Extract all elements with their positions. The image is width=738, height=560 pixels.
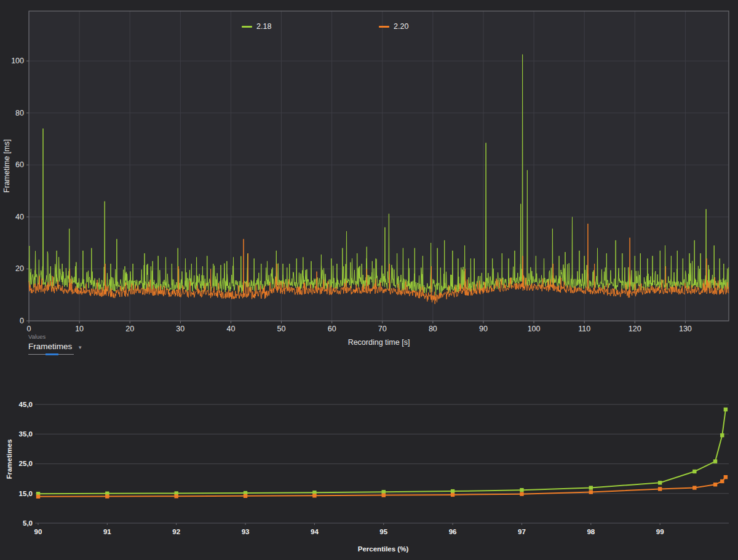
svg-text:25,0: 25,0 bbox=[19, 460, 33, 467]
svg-text:91: 91 bbox=[103, 528, 111, 535]
svg-text:120: 120 bbox=[629, 325, 641, 333]
svg-text:35,0: 35,0 bbox=[19, 430, 33, 438]
svg-text:94: 94 bbox=[311, 528, 319, 535]
svg-text:130: 130 bbox=[679, 325, 692, 333]
values-caption: Values bbox=[28, 333, 77, 340]
timeline-y-axis-title: Frametime [ms] bbox=[2, 140, 11, 193]
svg-text:95: 95 bbox=[379, 528, 387, 535]
svg-text:45,0: 45,0 bbox=[19, 401, 33, 408]
svg-text:100: 100 bbox=[11, 57, 24, 65]
svg-text:92: 92 bbox=[172, 528, 180, 535]
svg-text:70: 70 bbox=[378, 325, 387, 333]
svg-text:97: 97 bbox=[518, 528, 526, 535]
svg-text:15,0: 15,0 bbox=[19, 490, 33, 497]
legend-label-2-20: 2.20 bbox=[394, 22, 408, 31]
svg-text:80: 80 bbox=[15, 109, 24, 117]
svg-text:20: 20 bbox=[125, 325, 134, 333]
svg-text:80: 80 bbox=[429, 325, 437, 333]
svg-text:90: 90 bbox=[34, 528, 42, 535]
dropdown-underline bbox=[28, 353, 74, 356]
svg-text:10: 10 bbox=[75, 325, 84, 333]
svg-text:0: 0 bbox=[20, 317, 24, 325]
values-panel: Values Frametimes ▼ bbox=[28, 333, 77, 356]
svg-text:99: 99 bbox=[656, 528, 664, 535]
legend-swatch-2-18 bbox=[242, 26, 252, 28]
svg-text:20: 20 bbox=[15, 264, 24, 273]
values-dropdown-value: Frametimes bbox=[28, 342, 72, 351]
svg-text:110: 110 bbox=[578, 325, 590, 333]
svg-text:100: 100 bbox=[528, 325, 541, 333]
svg-text:40: 40 bbox=[15, 213, 24, 221]
svg-text:0: 0 bbox=[27, 325, 31, 333]
percentile-x-axis-title: Percentiles (%) bbox=[358, 545, 408, 553]
legend-item-2-18: 2.18 bbox=[242, 22, 271, 31]
chevron-down-icon: ▼ bbox=[77, 343, 82, 350]
legend-label-2-18: 2.18 bbox=[256, 22, 271, 31]
svg-text:60: 60 bbox=[328, 325, 336, 333]
legend-swatch-2-20 bbox=[379, 26, 389, 28]
svg-text:50: 50 bbox=[277, 325, 286, 333]
svg-text:98: 98 bbox=[587, 528, 595, 535]
capframex-comparison-view: 0102030405060708090100110120130020406080… bbox=[0, 0, 738, 560]
values-dropdown[interactable]: Frametimes ▼ bbox=[28, 342, 77, 351]
svg-text:96: 96 bbox=[449, 528, 457, 535]
svg-text:90: 90 bbox=[479, 325, 488, 333]
svg-text:93: 93 bbox=[242, 528, 250, 535]
svg-text:30: 30 bbox=[176, 325, 184, 333]
timeline-x-axis-title: Recording time [s] bbox=[348, 338, 410, 347]
charts-canvas[interactable]: 0102030405060708090100110120130020406080… bbox=[0, 0, 738, 560]
dropdown-accent-bar bbox=[46, 353, 58, 355]
svg-text:60: 60 bbox=[15, 160, 24, 169]
svg-text:40: 40 bbox=[226, 325, 235, 333]
legend-item-2-20: 2.20 bbox=[379, 22, 408, 31]
svg-text:5,0: 5,0 bbox=[23, 519, 33, 527]
percentile-y-axis-title: Frametimes bbox=[6, 440, 13, 479]
